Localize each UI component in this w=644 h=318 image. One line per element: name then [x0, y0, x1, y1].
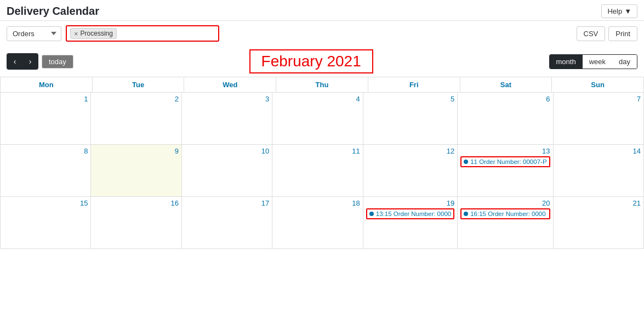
next-button[interactable]: › — [22, 54, 38, 69]
day-number: 9 — [94, 147, 178, 155]
prev-button[interactable]: ‹ — [7, 54, 22, 69]
filter-tag-remove[interactable]: × — [74, 30, 78, 37]
calendar-cell[interactable]: 2 — [91, 93, 181, 145]
page-title: Delivery Calendar — [7, 5, 99, 18]
calendar-header-cell: Tue — [93, 77, 185, 93]
day-number: 2 — [94, 95, 178, 103]
day-number: 12 — [366, 147, 454, 155]
filter-tag-processing: × Processing — [70, 28, 117, 39]
chevron-down-icon: ▼ — [624, 7, 631, 15]
calendar-header-cell: Thu — [276, 77, 368, 93]
calendar-container: MonTueWedThuFriSatSun 123456789101112131… — [0, 77, 644, 249]
filter-tags-wrapper: × Processing — [66, 25, 219, 42]
day-number: 21 — [556, 199, 641, 207]
day-number: 17 — [185, 199, 269, 207]
view-toggle: month week day — [549, 54, 637, 69]
top-bar: Delivery Calendar Help ▼ — [0, 0, 644, 21]
nav-bar: ‹ › today February 2021 month week day — [0, 46, 644, 77]
calendar-event[interactable]: 16:15 Order Number: 0000 — [460, 208, 550, 219]
calendar-header: MonTueWedThuFriSatSun — [0, 77, 644, 93]
day-number: 1 — [3, 95, 88, 103]
toolbar: Orders × Processing CSV Print — [0, 21, 644, 46]
calendar-cell[interactable]: 14 — [554, 145, 644, 197]
toolbar-left: Orders × Processing — [7, 25, 219, 42]
day-number: 5 — [366, 95, 454, 103]
day-number: 4 — [275, 95, 360, 103]
nav-left: ‹ › today — [7, 53, 73, 70]
event-text: 13:15 Order Number: 0000 — [376, 211, 451, 217]
calendar-cell[interactable]: 1913:15 Order Number: 0000 — [363, 197, 458, 249]
calendar-cell[interactable]: 2016:15 Order Number: 0000 — [458, 197, 553, 249]
day-number: 7 — [556, 95, 641, 103]
calendar-cell[interactable]: 4 — [272, 93, 363, 145]
help-button[interactable]: Help ▼ — [601, 4, 637, 18]
calendar-cell[interactable]: 18 — [272, 197, 363, 249]
day-view-button[interactable]: day — [612, 55, 637, 69]
day-number: 20 — [460, 199, 550, 207]
day-number: 14 — [556, 147, 641, 155]
month-view-button[interactable]: month — [550, 55, 583, 69]
calendar-header-cell: Sun — [552, 77, 644, 93]
csv-button[interactable]: CSV — [577, 26, 606, 41]
calendar-cell[interactable]: 1311 Order Number: 00007-P — [458, 145, 553, 197]
day-number: 8 — [3, 147, 88, 155]
day-number: 16 — [94, 199, 178, 207]
day-number: 15 — [3, 199, 88, 207]
day-number: 6 — [460, 95, 550, 103]
calendar-header-cell: Mon — [1, 77, 93, 93]
day-number: 18 — [275, 199, 360, 207]
calendar-cell[interactable]: 9 — [91, 145, 181, 197]
day-number: 13 — [460, 147, 550, 155]
day-number: 11 — [275, 147, 360, 155]
help-label: Help — [607, 7, 622, 15]
filter-tag-label: Processing — [81, 30, 113, 37]
app-container: Delivery Calendar Help ▼ Orders × Proces… — [0, 0, 644, 318]
calendar-header-cell: Wed — [184, 77, 276, 93]
calendar-cell[interactable]: 10 — [182, 145, 272, 197]
print-button[interactable]: Print — [608, 26, 637, 41]
orders-select[interactable]: Orders — [7, 26, 61, 41]
calendar-cell[interactable]: 21 — [554, 197, 644, 249]
calendar-cell[interactable]: 17 — [182, 197, 272, 249]
toolbar-right: CSV Print — [577, 26, 637, 41]
calendar-cell[interactable]: 7 — [554, 93, 644, 145]
calendar-cell[interactable]: 16 — [91, 197, 181, 249]
event-text: 11 Order Number: 00007-P — [470, 158, 546, 165]
week-view-button[interactable]: week — [583, 55, 612, 69]
day-number: 19 — [366, 199, 454, 207]
day-number: 3 — [185, 95, 269, 103]
calendar-cell[interactable]: 6 — [458, 93, 553, 145]
event-dot-icon — [464, 160, 468, 164]
calendar-grid: 1234567891011121311 Order Number: 00007-… — [0, 93, 644, 249]
nav-arrows: ‹ › — [7, 53, 38, 70]
calendar-header-cell: Fri — [368, 77, 460, 93]
calendar-cell[interactable]: 3 — [182, 93, 272, 145]
event-dot-icon — [464, 212, 468, 216]
calendar-event[interactable]: 11 Order Number: 00007-P — [460, 156, 550, 167]
month-title: February 2021 — [249, 49, 373, 73]
calendar-event[interactable]: 13:15 Order Number: 0000 — [366, 208, 454, 219]
day-number: 10 — [185, 147, 269, 155]
calendar-cell[interactable]: 15 — [1, 197, 91, 249]
event-dot-icon — [369, 212, 374, 216]
calendar-cell[interactable]: 5 — [363, 93, 458, 145]
filter-input[interactable] — [119, 30, 215, 38]
calendar-header-cell: Sat — [460, 77, 552, 93]
today-button[interactable]: today — [42, 55, 73, 69]
calendar-cell[interactable]: 1 — [1, 93, 91, 145]
event-text: 16:15 Order Number: 0000 — [470, 211, 545, 217]
calendar-cell[interactable]: 8 — [1, 145, 91, 197]
calendar-cell[interactable]: 11 — [272, 145, 363, 197]
calendar-cell[interactable]: 12 — [363, 145, 458, 197]
